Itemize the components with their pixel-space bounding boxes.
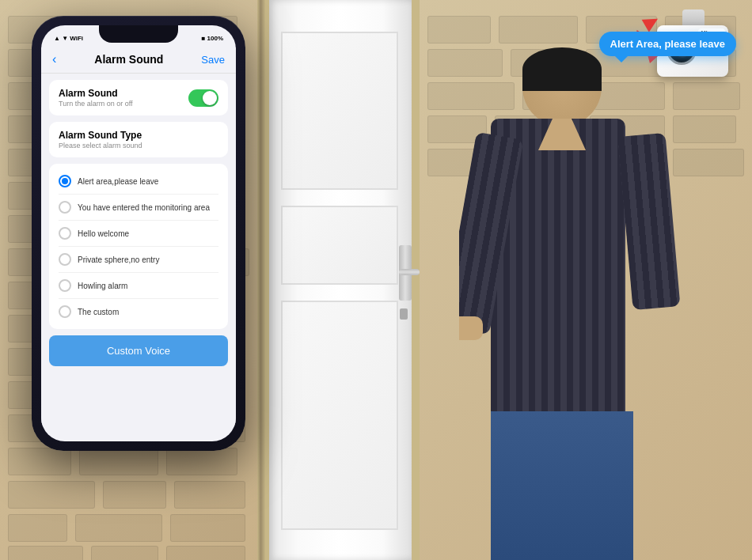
radio-option-3[interactable]: Private sphere,no entry [59,247,218,273]
phone-outer: ▲ ▼ WiFi 14:00 ■ 100% ‹ Alarm Sound Save… [32,16,245,451]
radio-label-1: You have entered the monitoring area [78,203,210,212]
alarm-type-text: Alarm Sound Type Please select alarm sou… [59,130,142,149]
radio-option-1[interactable]: You have entered the monitoring area [59,195,218,221]
person-hand [459,316,483,340]
radio-option-0[interactable]: Alert area,please leave [59,168,218,195]
radio-circle-2 [59,227,71,240]
radio-label-5: The custom [78,308,119,316]
screen-content: Alarm Sound Turn the alarm on or off Ala… [41,74,236,426]
radio-option-2[interactable]: Hello welcome [59,221,218,247]
alarm-sound-row: Alarm Sound Turn the alarm on or off [49,80,228,115]
door-panel-mid [281,206,398,285]
alert-bubble: Alert Area, please leave [599,32,737,56]
radio-label-0: Alert area,please leave [78,177,158,186]
person-right-arm [618,133,681,310]
alarm-sound-toggle[interactable] [188,89,218,107]
nav-title: Alarm Sound [94,53,163,66]
status-icons-left: ▲ ▼ WiFi [54,35,83,42]
custom-voice-button[interactable]: Custom Voice [49,335,228,366]
radio-circle-5 [59,305,71,318]
radio-label-3: Private sphere,no entry [78,255,159,264]
radio-circle-1 [59,201,71,214]
door-handle-bar [399,269,420,275]
radio-option-5[interactable]: The custom [59,299,218,324]
door-lock [400,308,408,320]
door-surface [269,0,412,560]
status-battery: ■ 100% [201,35,223,42]
nav-bar: ‹ Alarm Sound Save [41,47,236,74]
phone-mockup: ▲ ▼ WiFi 14:00 ■ 100% ‹ Alarm Sound Save… [32,16,245,451]
radio-options-section: Alert area,please leave You have entered… [49,164,228,329]
back-button[interactable]: ‹ [52,52,56,66]
radio-option-4[interactable]: Howling alarm [59,273,218,299]
radio-circle-4 [59,279,71,292]
phone-notch [99,25,178,43]
alarm-sound-label: Alarm Sound [59,88,133,99]
alarm-sound-text: Alarm Sound Turn the alarm on or off [59,88,133,108]
door-area [257,0,423,560]
person-jeans [491,411,633,560]
save-button[interactable]: Save [201,54,225,66]
radio-label-4: Howling alarm [78,282,127,290]
alarm-type-card: Alarm Sound Type Please select alarm sou… [49,122,228,157]
alarm-type-label: Alarm Sound Type [59,130,142,141]
radio-circle-0 [59,175,71,187]
alarm-type-sublabel: Please select alarm sound [59,142,142,149]
door-panel-top [281,32,398,190]
phone-screen: ▲ ▼ WiFi 14:00 ■ 100% ‹ Alarm Sound Save… [41,25,236,441]
person-figure [459,47,681,560]
radio-circle-3 [59,253,71,266]
alarm-sound-sublabel: Turn the alarm on or off [59,100,133,108]
door-panel-bot [281,301,398,530]
alarm-sound-card: Alarm Sound Turn the alarm on or off [49,80,228,115]
person-hair [522,47,602,91]
radio-label-2: Hello welcome [78,229,129,238]
alarm-type-row: Alarm Sound Type Please select alarm sou… [49,122,228,157]
